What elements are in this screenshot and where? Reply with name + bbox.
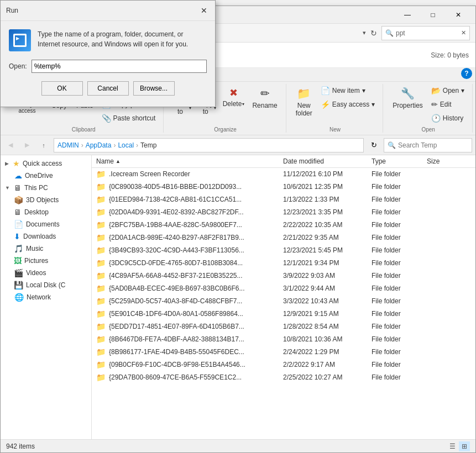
table-row[interactable]: 📁 {3DC9C5CD-0FDE-4765-80D7-B108B3084... … bbox=[92, 257, 475, 270]
table-row[interactable]: 📁 {02D0A4D9-9391-4E02-8392-ABC827F2DF...… bbox=[92, 206, 475, 219]
table-row[interactable]: 📁 {01EED984-7138-42C8-AB81-61C1CCA51... … bbox=[92, 193, 475, 206]
run-icon bbox=[9, 29, 31, 51]
column-name[interactable]: Name ▲ bbox=[96, 157, 283, 165]
run-close-button[interactable]: ✕ bbox=[198, 5, 210, 16]
rename-label: Rename bbox=[252, 102, 277, 109]
open-arrow: ▾ bbox=[461, 87, 464, 94]
view-buttons: ☰ ⊞ bbox=[447, 441, 470, 451]
edit-button[interactable]: ✏ Edit bbox=[428, 98, 468, 111]
table-row[interactable]: 📁 {5EDD7D17-4851-4E07-89FA-6D4105B6B7...… bbox=[92, 320, 475, 333]
file-rows-container: 📁 .Icecream Screen Recorder 11/12/2021 6… bbox=[92, 168, 475, 384]
address-refresh-button[interactable]: ↻ bbox=[367, 139, 380, 152]
table-row[interactable]: 📁 {29DA7B00-8609-47CE-B6A5-F559CE1C2... … bbox=[92, 371, 475, 384]
paste-shortcut-label: Paste shortcut bbox=[113, 114, 156, 122]
sidebar-item-desktop[interactable]: 🖥 Desktop bbox=[1, 206, 91, 218]
table-row[interactable]: 📁 {2BFC75BA-19B8-4AAE-828C-5A9800EF7... … bbox=[92, 219, 475, 231]
search-clear-button[interactable]: ✕ bbox=[461, 29, 466, 36]
file-type: File folder bbox=[372, 183, 427, 191]
run-description: Type the name of a program, folder, docu… bbox=[38, 29, 207, 49]
file-name: {8B6467D8-FE7A-4DBF-AA82-3888134B17... bbox=[109, 335, 283, 343]
forward-button[interactable]: ▶ bbox=[20, 139, 34, 152]
file-date: 11/12/2021 6:10 PM bbox=[283, 170, 372, 178]
open-button[interactable]: 📂 Open ▾ bbox=[428, 84, 468, 97]
table-row[interactable]: 📁 {3B49CB93-320C-4C9D-A443-F3BF113056...… bbox=[92, 244, 475, 257]
search-refresh-button[interactable]: ↻ bbox=[370, 29, 377, 38]
file-name: {01EED984-7138-42C8-AB81-61C1CCA51... bbox=[109, 196, 283, 203]
large-icons-view-button[interactable]: ⊞ bbox=[459, 441, 470, 451]
history-icon: 🕐 bbox=[431, 114, 441, 123]
run-input-row: Open: bbox=[9, 60, 207, 73]
file-type: File folder bbox=[372, 259, 427, 267]
rename-button[interactable]: ✏ Rename bbox=[248, 84, 281, 112]
details-view-button[interactable]: ☰ bbox=[447, 441, 458, 451]
sidebar-item-music[interactable]: 🎵 Music bbox=[1, 243, 91, 255]
address-search-box[interactable]: 🔍 bbox=[384, 138, 472, 152]
back-button[interactable]: ◀ bbox=[4, 139, 17, 152]
sort-arrow: ▲ bbox=[116, 159, 121, 164]
search-dropdown-icon: ▾ bbox=[363, 29, 366, 36]
edit-icon: ✏ bbox=[431, 100, 438, 109]
table-row[interactable]: 📁 {2D0A1ACB-989E-4240-B297-A8F2F817B9...… bbox=[92, 231, 475, 244]
maximize-button[interactable]: □ bbox=[420, 6, 446, 24]
table-row[interactable]: 📁 {8B6467D8-FE7A-4DBF-AA82-3888134B17...… bbox=[92, 333, 475, 346]
search-box[interactable]: 🔍 ✕ bbox=[381, 26, 470, 40]
file-folder-icon: 📁 bbox=[96, 373, 106, 382]
breadcrumb-sep-1: › bbox=[81, 141, 83, 149]
run-title: Run bbox=[6, 7, 18, 14]
file-date: 2/21/2022 9:35 AM bbox=[283, 234, 372, 241]
file-folder-icon: 📁 bbox=[96, 347, 106, 356]
sidebar-item-videos[interactable]: 🎬 Videos bbox=[1, 267, 91, 279]
column-size[interactable]: Size bbox=[427, 157, 471, 165]
sidebar-item-downloads[interactable]: ⬇ Downloads bbox=[1, 230, 91, 243]
easy-access-button[interactable]: ⚡ Easy access ▾ bbox=[317, 98, 378, 111]
table-row[interactable]: 📁 {8B986177-1FAE-4D49-B4B5-55045F6DEC...… bbox=[92, 346, 475, 359]
address-breadcrumb-bar[interactable]: ADMIN › AppData › Local › Temp bbox=[54, 138, 364, 152]
open-label: Open bbox=[443, 87, 459, 94]
table-row[interactable]: 📁 {4C89AF5A-66A8-4452-BF37-21E0B35225...… bbox=[92, 270, 475, 282]
column-type[interactable]: Type bbox=[372, 157, 427, 165]
sidebar-item-quick-access[interactable]: ▶ ★ Quick access bbox=[1, 157, 91, 170]
paste-shortcut-button[interactable]: 📎 Paste shortcut bbox=[98, 112, 159, 125]
properties-icon: 🔧 bbox=[401, 87, 415, 100]
table-row[interactable]: 📁 {5E901C4B-1DF6-4D0A-80A1-0586F89864...… bbox=[92, 308, 475, 320]
run-browse-button[interactable]: Browse... bbox=[133, 81, 175, 96]
table-row[interactable]: 📁 .Icecream Screen Recorder 11/12/2021 6… bbox=[92, 168, 475, 181]
new-folder-button[interactable]: 📁 Newfolder bbox=[292, 84, 316, 120]
sidebar-item-pictures[interactable]: 🖼 Pictures bbox=[1, 255, 91, 267]
file-folder-icon: 📁 bbox=[96, 360, 106, 369]
file-type: File folder bbox=[372, 373, 427, 381]
sidebar-item-onedrive[interactable]: ☁ OneDrive bbox=[1, 170, 91, 182]
file-folder-icon: 📁 bbox=[96, 246, 106, 255]
file-type: File folder bbox=[372, 361, 427, 368]
downloads-label: Downloads bbox=[23, 233, 56, 240]
minimize-button[interactable]: — bbox=[395, 6, 420, 24]
table-row[interactable]: 📁 {0C890038-40D5-4B16-BBBE-D012DD093... … bbox=[92, 181, 475, 193]
address-search-input[interactable] bbox=[398, 141, 468, 149]
properties-button[interactable]: 🔧 Properties bbox=[389, 84, 427, 112]
file-name: {5AD0BA4B-ECEC-49E8-B697-83BC0B6F6... bbox=[109, 285, 283, 292]
close-button[interactable]: ✕ bbox=[446, 6, 471, 24]
column-date[interactable]: Date modified bbox=[283, 157, 372, 165]
run-ok-button[interactable]: OK bbox=[41, 81, 83, 96]
new-item-button[interactable]: 📄 New item ▾ bbox=[317, 84, 378, 97]
search-input[interactable] bbox=[396, 29, 459, 37]
sidebar-item-3d-objects[interactable]: 📦 3D Objects bbox=[1, 194, 91, 206]
file-date: 12/1/2021 9:34 PM bbox=[283, 259, 372, 267]
table-row[interactable]: 📁 {09B0CF69-F10C-4DCB-9F98-E51B4A4546...… bbox=[92, 359, 475, 371]
up-button[interactable]: ↑ bbox=[37, 139, 50, 152]
run-cancel-button[interactable]: Cancel bbox=[87, 81, 129, 96]
table-row[interactable]: 📁 {5AD0BA4B-ECEC-49E8-B697-83BC0B6F6... … bbox=[92, 282, 475, 295]
history-button[interactable]: 🕐 History bbox=[428, 112, 468, 125]
sidebar-item-documents[interactable]: 📄 Documents bbox=[1, 218, 91, 230]
file-date: 2/22/2022 10:35 AM bbox=[283, 221, 372, 229]
sidebar-item-this-pc[interactable]: ▼ 🖥 This PC bbox=[1, 182, 91, 194]
sidebar-item-local-disk[interactable]: 💾 Local Disk (C bbox=[1, 279, 91, 291]
delete-button[interactable]: ✖ Delete▾ bbox=[220, 84, 248, 110]
sidebar-item-network[interactable]: 🌐 Network bbox=[1, 291, 91, 303]
status-count: 942 items bbox=[6, 443, 35, 450]
run-open-input[interactable] bbox=[32, 60, 207, 73]
help-button[interactable]: ? bbox=[461, 68, 472, 79]
address-bar: ◀ ▶ ↑ ADMIN › AppData › Local › Temp ↻ 🔍 bbox=[1, 135, 475, 155]
file-type: File folder bbox=[372, 348, 427, 356]
table-row[interactable]: 📁 {5C259AD0-5C57-40A3-8F4D-C488CFBF7... … bbox=[92, 295, 475, 308]
